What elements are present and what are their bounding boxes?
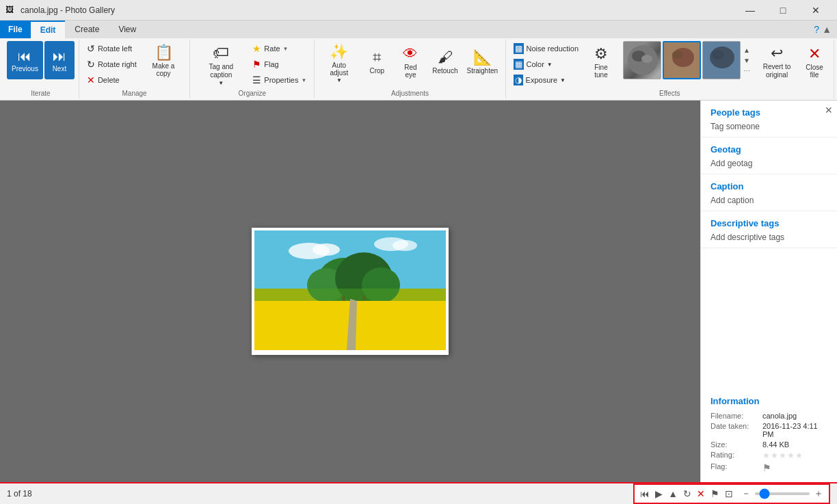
organize-content: 🏷 Tag and caption ▼ ★ Rate ▼ ⚑ Flag [194,41,310,88]
red-eye-icon: 👁 [403,45,418,63]
caption-title: Caption [710,181,827,191]
date-label: Date taken: [710,422,758,438]
size-row: Size: 8.44 KB [710,440,827,449]
noise-reduction-button[interactable]: ▩ Noise reduction [510,41,582,56]
filename-row: Filename: canola.jpg [710,412,827,420]
retouch-button[interactable]: 🖌 Retouch [429,41,461,82]
tab-view[interactable]: View [109,21,146,38]
close-file-label: Close file [803,64,826,79]
revert-label: Revert to original [762,63,792,79]
make-copy-button[interactable]: 📋 Make a copy [142,41,185,79]
svg-point-5 [672,51,683,59]
previous-label: Previous [12,65,38,72]
rate-button[interactable]: ★ Rate ▼ [249,41,310,56]
tab-edit[interactable]: Edit [31,21,66,38]
exposure-label: Exposure [526,76,557,84]
status-bar: 1 of 18 ⏮ ▶ ▲ ↻ ✕ ⚑ ⊡ － ＋ [0,482,837,504]
crop-button[interactable]: ⌗ Crop [362,41,392,82]
close-file-button[interactable]: ✕ Close file [799,41,829,82]
properties-button[interactable]: ☰ Properties ▼ [249,72,310,88]
photo-view[interactable] [0,101,700,482]
flag-icon: ⚑ [252,59,261,70]
previous-button[interactable]: ⏮ Previous [7,41,43,79]
crop-icon: ⌗ [373,49,381,66]
effect-thumb-2[interactable] [663,41,701,79]
effects-down-button[interactable]: ▼ [742,56,752,65]
rotate-cw-button[interactable]: ↻ [682,487,693,501]
delete-button[interactable]: ✕ Delete [83,72,140,88]
tag-caption-label: Tag and caption [198,63,244,79]
slideshow-button[interactable]: ▲ [667,487,679,501]
manage-small-group: ↺ Rotate left ↻ Rotate right ✕ Delete [83,41,140,88]
window-controls: — □ ✕ [734,0,832,21]
close-button[interactable]: ✕ [800,0,832,21]
svg-point-2 [641,55,652,63]
ribbon-collapse-icon[interactable]: ▲ [822,24,832,35]
tab-create[interactable]: Create [65,21,109,38]
rotate-left-label: Rotate left [98,44,132,53]
minimize-button[interactable]: — [734,0,766,21]
ribbon-tab-bar: File Edit Create View ? ▲ [0,21,837,38]
ribbon-body: ⏮ Previous ⏭ Next Iterate ↺ [0,38,837,100]
help-icon[interactable]: ? [814,24,819,35]
rotate-left-icon: ↺ [87,43,95,54]
filename-label: Filename: [710,412,758,420]
descriptive-tags-title: Descriptive tags [710,218,827,228]
fine-tune-button[interactable]: ⚙ Fine tune [586,41,616,82]
flag-row: Flag: ⚑ [710,462,827,473]
properties-arrow: ▼ [301,77,306,83]
rate-arrow: ▼ [283,46,289,52]
rating-stars[interactable]: ★★★★★ [762,451,803,460]
rating-label: Rating: [710,451,758,460]
add-caption-link[interactable]: Add caption [710,194,827,207]
add-geotag-link[interactable]: Add geotag [710,157,827,170]
flag-value[interactable]: ⚑ [762,462,771,473]
effect-thumb-1[interactable] [623,41,661,79]
color-icon: ▦ [514,59,524,70]
effects-more-button[interactable]: ⋯ [742,66,752,75]
size-value: 8.44 KB [762,440,789,449]
svg-point-11 [313,243,340,256]
rotate-right-label: Rotate right [98,60,137,68]
thumb3-svg [703,41,740,79]
tag-caption-button[interactable]: 🏷 Tag and caption ▼ [194,41,248,88]
red-eye-button[interactable]: 👁 Red eye [395,41,426,82]
zoom-out-button[interactable]: － [740,486,752,501]
size-label: Size: [710,440,758,449]
prev-photo-button[interactable]: ▶ [654,487,664,501]
revert-button[interactable]: ↩ Revert to original [758,41,795,82]
exposure-button[interactable]: ◑ Exposure ▼ [510,72,582,88]
first-photo-button[interactable]: ⏮ [639,487,651,501]
delete-icon: ✕ [87,75,95,85]
tag-someone-link[interactable]: Tag someone [710,120,827,133]
zoom-slider[interactable] [755,492,810,495]
information-section: Information Filename: canola.jpg Date ta… [701,389,837,482]
auto-adjust-button[interactable]: ✨ Auto adjust ▼ [319,41,359,85]
tab-file[interactable]: File [0,21,31,38]
panel-close-button[interactable]: ✕ [825,105,833,116]
exposure-arrow: ▼ [560,77,566,83]
straighten-button[interactable]: 📐 Straighten [464,41,501,82]
effects-up-button[interactable]: ▲ [742,46,752,55]
delete-status-button[interactable]: ✕ [695,487,706,501]
flag-status-button[interactable]: ⚑ [709,487,721,501]
compare-button[interactable]: ⊡ [723,487,734,501]
effect-thumb-3[interactable] [702,41,741,79]
caption-section: Caption Add caption [701,174,837,211]
effects-nav: ▲ ▼ ⋯ [742,46,752,75]
group-adjustments: ✨ Auto adjust ▼ ⌗ Crop 👁 Red eye 🖌 Retou… [315,40,505,98]
manage-content: ↺ Rotate left ↻ Rotate right ✕ Delete 📋 … [83,41,185,88]
add-descriptive-tags-link[interactable]: Add descriptive tags [710,231,827,243]
maximize-button[interactable]: □ [767,0,799,21]
next-button[interactable]: ⏭ Next [44,41,75,79]
rotate-left-button[interactable]: ↺ Rotate left [83,41,140,56]
playback-controls: ⏮ ▶ ▲ ↻ ✕ ⚑ ⊡ － ＋ [633,483,830,504]
rotate-right-button[interactable]: ↻ Rotate right [83,57,140,72]
flag-button[interactable]: ⚑ Flag [249,57,310,72]
flag-label: Flag: [710,462,758,473]
color-button[interactable]: ▦ Color ▼ [510,57,582,72]
rate-label: Rate [264,44,280,53]
svg-point-13 [393,240,417,251]
zoom-in-button[interactable]: ＋ [812,486,825,501]
group-effects: ▩ Noise reduction ▦ Color ▼ ◑ Exposure ▼ [506,40,834,98]
